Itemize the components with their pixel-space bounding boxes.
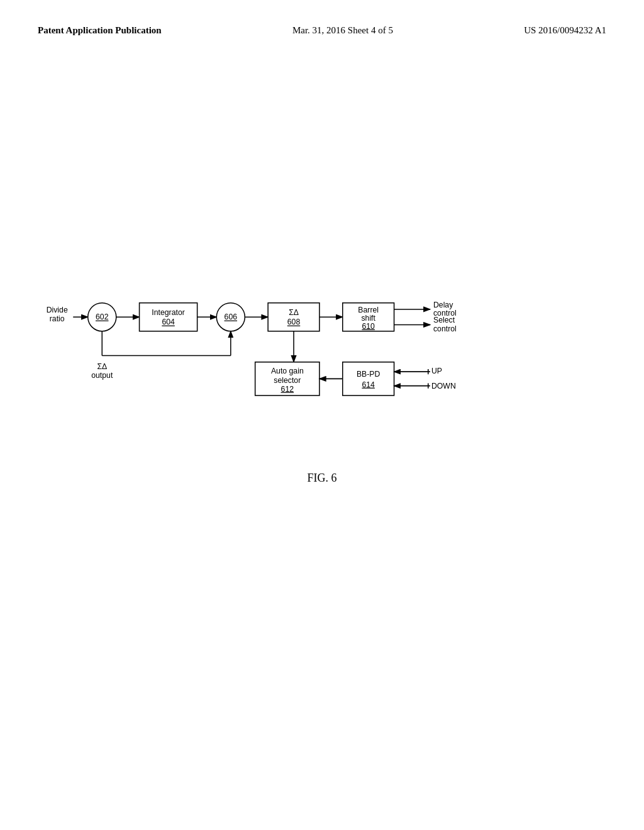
- page-header: Patent Application Publication Mar. 31, …: [0, 0, 644, 36]
- diagram-area: text { font-family: Arial, sans-serif; f…: [38, 239, 604, 440]
- down-label: DOWN: [431, 382, 456, 390]
- publication-label: Patent Application Publication: [38, 25, 162, 36]
- block-608: [268, 303, 319, 331]
- block-614-label2: 614: [362, 380, 375, 389]
- up-label: UP: [431, 367, 442, 375]
- select-control-label2: control: [433, 324, 457, 333]
- sigma-delta-output-label2: output: [91, 371, 113, 380]
- block-612-label1: Auto gain: [271, 367, 304, 375]
- block-608-label1: ΣΔ: [289, 308, 299, 317]
- block-604: [140, 303, 197, 331]
- block-614: [343, 362, 394, 396]
- block-606-label: 606: [225, 313, 238, 321]
- block-610-label3: 610: [362, 322, 375, 331]
- circuit-diagram: text { font-family: Arial, sans-serif; f…: [38, 239, 604, 440]
- divide-ratio-label: Divide: [47, 306, 68, 314]
- figure-caption: FIG. 6: [0, 472, 644, 485]
- divide-ratio-label2: ratio: [50, 314, 65, 323]
- date-sheet-label: Mar. 31, 2016 Sheet 4 of 5: [292, 25, 393, 36]
- block-604-label1: Integrator: [152, 308, 185, 317]
- block-610-label1: Barrel: [358, 306, 379, 314]
- block-612-label3: 612: [281, 385, 294, 394]
- select-control-label1: Select: [433, 316, 455, 324]
- block-608-label2: 608: [287, 318, 301, 326]
- delay-control-label1: Delay: [433, 301, 453, 309]
- block-614-label1: BB-PD: [357, 370, 380, 379]
- sigma-delta-output-label1: ΣΔ: [97, 362, 107, 371]
- block-612-label2: selector: [274, 376, 301, 385]
- block-602-label: 602: [96, 313, 109, 321]
- patent-number-label: US 2016/0094232 A1: [524, 25, 606, 36]
- block-604-label2: 604: [162, 318, 175, 326]
